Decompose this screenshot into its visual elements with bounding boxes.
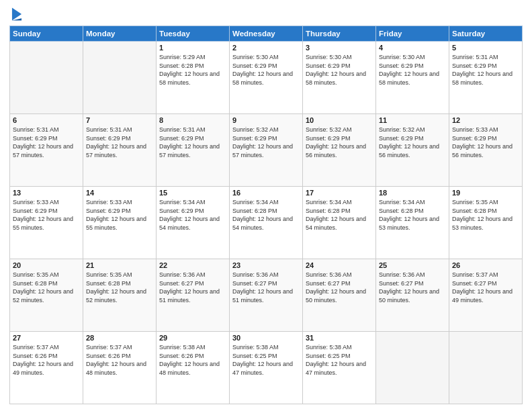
calendar-cell bbox=[449, 332, 523, 404]
day-number: 13 bbox=[13, 189, 80, 197]
calendar-cell: 28Sunrise: 5:37 AM Sunset: 6:26 PM Dayli… bbox=[83, 332, 157, 404]
day-info: Sunrise: 5:36 AM Sunset: 6:27 PM Dayligh… bbox=[159, 271, 226, 304]
calendar-week-4: 20Sunrise: 5:35 AM Sunset: 6:28 PM Dayli… bbox=[10, 259, 523, 332]
calendar-cell: 23Sunrise: 5:36 AM Sunset: 6:27 PM Dayli… bbox=[230, 259, 303, 332]
calendar-cell: 3Sunrise: 5:30 AM Sunset: 6:29 PM Daylig… bbox=[303, 42, 376, 114]
day-info: Sunrise: 5:36 AM Sunset: 6:27 PM Dayligh… bbox=[232, 271, 300, 304]
day-number: 7 bbox=[86, 116, 153, 124]
day-number: 9 bbox=[232, 116, 300, 124]
day-number: 12 bbox=[452, 116, 519, 124]
day-number: 29 bbox=[159, 334, 226, 342]
calendar-cell: 13Sunrise: 5:33 AM Sunset: 6:29 PM Dayli… bbox=[10, 187, 83, 259]
calendar-cell: 1Sunrise: 5:29 AM Sunset: 6:28 PM Daylig… bbox=[157, 42, 230, 114]
day-number: 26 bbox=[452, 261, 519, 269]
calendar-week-3: 13Sunrise: 5:33 AM Sunset: 6:29 PM Dayli… bbox=[10, 187, 523, 259]
calendar-cell: 6Sunrise: 5:31 AM Sunset: 6:29 PM Daylig… bbox=[10, 114, 83, 187]
weekday-header-saturday: Saturday bbox=[449, 26, 523, 42]
day-info: Sunrise: 5:34 AM Sunset: 6:28 PM Dayligh… bbox=[306, 198, 373, 232]
day-number: 31 bbox=[306, 334, 373, 342]
day-number: 10 bbox=[306, 116, 373, 124]
day-number: 3 bbox=[306, 44, 373, 52]
day-info: Sunrise: 5:31 AM Sunset: 6:29 PM Dayligh… bbox=[13, 126, 80, 159]
calendar-cell: 18Sunrise: 5:34 AM Sunset: 6:28 PM Dayli… bbox=[376, 187, 449, 259]
weekday-header-sunday: Sunday bbox=[10, 26, 83, 42]
calendar-cell: 26Sunrise: 5:37 AM Sunset: 6:27 PM Dayli… bbox=[449, 259, 523, 332]
calendar-cell: 16Sunrise: 5:34 AM Sunset: 6:28 PM Dayli… bbox=[230, 187, 303, 259]
calendar-cell: 10Sunrise: 5:32 AM Sunset: 6:29 PM Dayli… bbox=[303, 114, 376, 187]
calendar-cell: 12Sunrise: 5:33 AM Sunset: 6:29 PM Dayli… bbox=[449, 114, 523, 187]
day-info: Sunrise: 5:31 AM Sunset: 6:29 PM Dayligh… bbox=[86, 126, 153, 159]
day-info: Sunrise: 5:32 AM Sunset: 6:29 PM Dayligh… bbox=[306, 126, 373, 159]
day-number: 11 bbox=[379, 116, 446, 124]
day-info: Sunrise: 5:30 AM Sunset: 6:29 PM Dayligh… bbox=[379, 53, 446, 87]
calendar-cell: 22Sunrise: 5:36 AM Sunset: 6:27 PM Dayli… bbox=[157, 259, 230, 332]
day-number: 28 bbox=[86, 334, 153, 342]
day-number: 15 bbox=[159, 189, 226, 197]
day-number: 25 bbox=[379, 261, 446, 269]
day-number: 4 bbox=[379, 44, 446, 52]
day-info: Sunrise: 5:30 AM Sunset: 6:29 PM Dayligh… bbox=[232, 53, 300, 87]
day-info: Sunrise: 5:36 AM Sunset: 6:27 PM Dayligh… bbox=[306, 271, 373, 304]
weekday-header-tuesday: Tuesday bbox=[157, 26, 230, 42]
calendar-cell: 25Sunrise: 5:36 AM Sunset: 6:27 PM Dayli… bbox=[376, 259, 449, 332]
calendar-cell bbox=[83, 42, 157, 114]
calendar-cell: 11Sunrise: 5:32 AM Sunset: 6:29 PM Dayli… bbox=[376, 114, 449, 187]
svg-marker-0 bbox=[12, 8, 21, 21]
day-info: Sunrise: 5:37 AM Sunset: 6:27 PM Dayligh… bbox=[452, 271, 519, 304]
day-info: Sunrise: 5:31 AM Sunset: 6:29 PM Dayligh… bbox=[452, 53, 519, 87]
calendar-cell: 30Sunrise: 5:38 AM Sunset: 6:25 PM Dayli… bbox=[230, 332, 303, 404]
day-info: Sunrise: 5:35 AM Sunset: 6:28 PM Dayligh… bbox=[86, 271, 153, 304]
day-info: Sunrise: 5:38 AM Sunset: 6:25 PM Dayligh… bbox=[306, 343, 373, 377]
day-number: 18 bbox=[379, 189, 446, 197]
calendar-cell: 17Sunrise: 5:34 AM Sunset: 6:28 PM Dayli… bbox=[303, 187, 376, 259]
calendar-cell: 19Sunrise: 5:35 AM Sunset: 6:28 PM Dayli… bbox=[449, 187, 523, 259]
calendar-cell: 2Sunrise: 5:30 AM Sunset: 6:29 PM Daylig… bbox=[230, 42, 303, 114]
calendar-table: SundayMondayTuesdayWednesdayThursdayFrid… bbox=[9, 26, 523, 404]
day-number: 16 bbox=[232, 189, 300, 197]
calendar-cell: 5Sunrise: 5:31 AM Sunset: 6:29 PM Daylig… bbox=[449, 42, 523, 114]
day-number: 22 bbox=[159, 261, 226, 269]
logo-icon bbox=[11, 7, 23, 21]
calendar-week-1: 1Sunrise: 5:29 AM Sunset: 6:28 PM Daylig… bbox=[10, 42, 523, 114]
calendar-cell bbox=[10, 42, 83, 114]
day-info: Sunrise: 5:37 AM Sunset: 6:26 PM Dayligh… bbox=[13, 343, 80, 377]
calendar-cell: 29Sunrise: 5:38 AM Sunset: 6:26 PM Dayli… bbox=[157, 332, 230, 404]
day-number: 1 bbox=[159, 44, 226, 52]
day-number: 17 bbox=[306, 189, 373, 197]
calendar-cell: 24Sunrise: 5:36 AM Sunset: 6:27 PM Dayli… bbox=[303, 259, 376, 332]
day-number: 21 bbox=[86, 261, 153, 269]
calendar-cell: 31Sunrise: 5:38 AM Sunset: 6:25 PM Dayli… bbox=[303, 332, 376, 404]
day-info: Sunrise: 5:38 AM Sunset: 6:26 PM Dayligh… bbox=[159, 343, 226, 377]
day-number: 6 bbox=[13, 116, 80, 124]
calendar-cell: 21Sunrise: 5:35 AM Sunset: 6:28 PM Dayli… bbox=[83, 259, 157, 332]
day-info: Sunrise: 5:31 AM Sunset: 6:29 PM Dayligh… bbox=[159, 126, 226, 159]
day-info: Sunrise: 5:32 AM Sunset: 6:29 PM Dayligh… bbox=[232, 126, 300, 159]
day-info: Sunrise: 5:36 AM Sunset: 6:27 PM Dayligh… bbox=[379, 271, 446, 304]
day-number: 27 bbox=[13, 334, 80, 342]
calendar-cell: 20Sunrise: 5:35 AM Sunset: 6:28 PM Dayli… bbox=[10, 259, 83, 332]
calendar-cell bbox=[376, 332, 449, 404]
day-info: Sunrise: 5:35 AM Sunset: 6:28 PM Dayligh… bbox=[452, 198, 519, 232]
day-info: Sunrise: 5:32 AM Sunset: 6:29 PM Dayligh… bbox=[379, 126, 446, 159]
calendar-week-5: 27Sunrise: 5:37 AM Sunset: 6:26 PM Dayli… bbox=[10, 332, 523, 404]
day-number: 14 bbox=[86, 189, 153, 197]
header bbox=[9, 7, 523, 21]
day-info: Sunrise: 5:30 AM Sunset: 6:29 PM Dayligh… bbox=[306, 53, 373, 87]
day-info: Sunrise: 5:38 AM Sunset: 6:25 PM Dayligh… bbox=[232, 343, 300, 377]
day-info: Sunrise: 5:35 AM Sunset: 6:28 PM Dayligh… bbox=[13, 271, 80, 304]
day-info: Sunrise: 5:34 AM Sunset: 6:28 PM Dayligh… bbox=[379, 198, 446, 232]
day-number: 30 bbox=[232, 334, 300, 342]
day-number: 2 bbox=[232, 44, 300, 52]
weekday-header-wednesday: Wednesday bbox=[230, 26, 303, 42]
day-number: 8 bbox=[159, 116, 226, 124]
day-info: Sunrise: 5:33 AM Sunset: 6:29 PM Dayligh… bbox=[86, 198, 153, 232]
day-info: Sunrise: 5:33 AM Sunset: 6:29 PM Dayligh… bbox=[13, 198, 80, 232]
logo bbox=[9, 7, 24, 21]
day-info: Sunrise: 5:34 AM Sunset: 6:29 PM Dayligh… bbox=[159, 198, 226, 232]
day-number: 23 bbox=[232, 261, 300, 269]
weekday-header-row: SundayMondayTuesdayWednesdayThursdayFrid… bbox=[10, 26, 523, 42]
day-info: Sunrise: 5:33 AM Sunset: 6:29 PM Dayligh… bbox=[452, 126, 519, 159]
calendar-cell: 27Sunrise: 5:37 AM Sunset: 6:26 PM Dayli… bbox=[10, 332, 83, 404]
weekday-header-monday: Monday bbox=[83, 26, 157, 42]
day-number: 24 bbox=[306, 261, 373, 269]
